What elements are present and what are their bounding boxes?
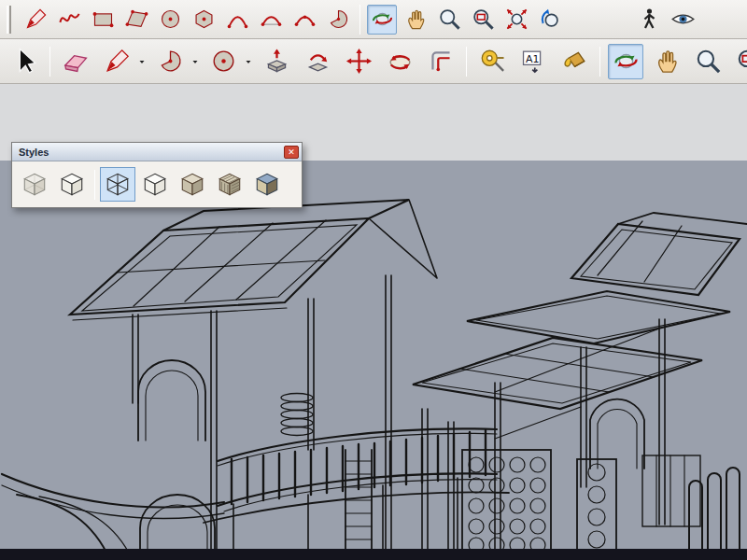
polygon-icon: [191, 7, 217, 32]
monochrome-style-icon: [253, 171, 281, 198]
toolbar-draw-camera: [0, 0, 747, 39]
line-tool-dropdown[interactable]: [135, 47, 148, 77]
toolbar-separator: [359, 5, 360, 35]
zoom-tool[interactable]: [690, 44, 726, 79]
zoom-window-tool[interactable]: [731, 44, 747, 79]
pushpull-icon: [262, 47, 291, 76]
offset-tool[interactable]: [423, 44, 458, 79]
two-point-arc-tool[interactable]: [256, 5, 286, 35]
shaded-with-textures-style-icon: [216, 171, 244, 198]
zoom-icon: [437, 7, 462, 32]
previous-view-tool[interactable]: [535, 5, 565, 35]
prevview-icon: [538, 7, 563, 32]
back-edges-style-icon: [58, 171, 86, 198]
dropdown-icon: [190, 57, 200, 66]
look-around-tool[interactable]: [668, 5, 698, 35]
pencil-icon: [103, 47, 132, 76]
style-hidden-line[interactable]: [137, 167, 173, 202]
x-ray-style-icon: [21, 171, 49, 198]
circle-tool-dropdown[interactable]: [242, 47, 254, 77]
circle-icon: [209, 47, 238, 76]
style-monochrome[interactable]: [249, 167, 285, 202]
circle-tool[interactable]: [155, 5, 185, 35]
orbit-icon: [370, 7, 395, 32]
bottom-band: [0, 549, 747, 560]
circle-tool[interactable]: [205, 44, 241, 79]
toolbar-main: A1: [0, 39, 747, 84]
walk-icon: [637, 7, 662, 32]
sketchup-window: A1: [0, 0, 747, 560]
paint-icon: [560, 47, 589, 76]
rectangle-tool[interactable]: [88, 5, 118, 35]
rotated-rectangle-tool[interactable]: [121, 5, 151, 35]
zoom-window-tool[interactable]: [468, 5, 498, 35]
toolbar-separator: [49, 47, 50, 77]
toolbar-separator: [466, 47, 467, 77]
tape-measure-tool[interactable]: [474, 44, 510, 79]
styles-dialog: Styles ✕: [11, 142, 303, 208]
dimension-text-tool[interactable]: A1: [515, 44, 551, 79]
followme-icon: [303, 47, 332, 76]
zoom-tool[interactable]: [434, 5, 464, 35]
pan-tool[interactable]: [649, 44, 684, 79]
viewport[interactable]: Styles ✕: [0, 84, 747, 560]
wireframe-style-icon: [104, 171, 132, 198]
freehand-tool[interactable]: [54, 5, 84, 35]
zoom-icon: [694, 47, 723, 76]
line-tool[interactable]: [99, 44, 134, 79]
select-icon: [10, 47, 39, 76]
circle-icon: [158, 7, 183, 32]
polygon-tool[interactable]: [189, 5, 218, 35]
pie-icon: [156, 47, 185, 76]
walk-tool[interactable]: [634, 5, 664, 35]
arc3-icon: [292, 7, 317, 32]
style-shaded[interactable]: [175, 167, 210, 202]
eraser-tool[interactable]: [58, 44, 93, 79]
background-ground: [0, 161, 747, 560]
select-tool[interactable]: [7, 44, 42, 79]
style-wireframe[interactable]: [100, 167, 135, 202]
rotate-tool[interactable]: [382, 44, 417, 79]
orbit-tool[interactable]: [608, 44, 643, 79]
tape-icon: [478, 47, 507, 76]
offset-icon: [427, 47, 456, 76]
pencil-icon: [23, 7, 49, 32]
arc-icon: [225, 7, 250, 32]
arc2-icon: [259, 7, 284, 32]
hidden-line-style-icon: [141, 171, 169, 198]
style-shaded-with-textures[interactable]: [212, 167, 247, 202]
orbit-tool[interactable]: [367, 5, 397, 35]
zoomwin-icon: [735, 47, 747, 76]
styles-separator: [94, 170, 95, 200]
freehand-icon: [57, 7, 82, 32]
toolbar-grip[interactable]: [7, 6, 11, 34]
styles-dialog-title: Styles: [19, 147, 49, 158]
zoom-extents-tool[interactable]: [501, 5, 531, 35]
dropdown-icon: [137, 57, 147, 66]
shaded-style-icon: [178, 171, 206, 198]
paint-bucket-tool[interactable]: [557, 44, 592, 79]
push-pull-tool[interactable]: [259, 44, 294, 79]
style-back-edges[interactable]: [54, 167, 90, 202]
three-point-arc-tool[interactable]: [289, 5, 319, 35]
styles-dialog-body: [12, 161, 302, 207]
follow-me-tool[interactable]: [300, 44, 335, 79]
styles-dialog-titlebar[interactable]: Styles ✕: [12, 143, 302, 161]
pie-tool[interactable]: [323, 5, 353, 35]
arc-tool[interactable]: [152, 44, 188, 79]
pan-tool[interactable]: [401, 5, 430, 35]
close-icon[interactable]: ✕: [284, 146, 299, 159]
move-icon: [345, 47, 374, 76]
orbit-icon: [612, 47, 641, 76]
style-x-ray[interactable]: [17, 167, 52, 202]
toolbar-separator: [599, 47, 600, 77]
rect-icon: [91, 7, 116, 32]
dimtext-icon: A1: [519, 47, 548, 76]
move-tool[interactable]: [341, 44, 376, 79]
arc-tool[interactable]: [222, 5, 252, 35]
pan-icon: [403, 7, 429, 32]
line-tool[interactable]: [21, 5, 50, 35]
eraser-icon: [62, 47, 91, 76]
rrect-icon: [124, 7, 149, 32]
arc-tool-dropdown[interactable]: [189, 47, 201, 77]
